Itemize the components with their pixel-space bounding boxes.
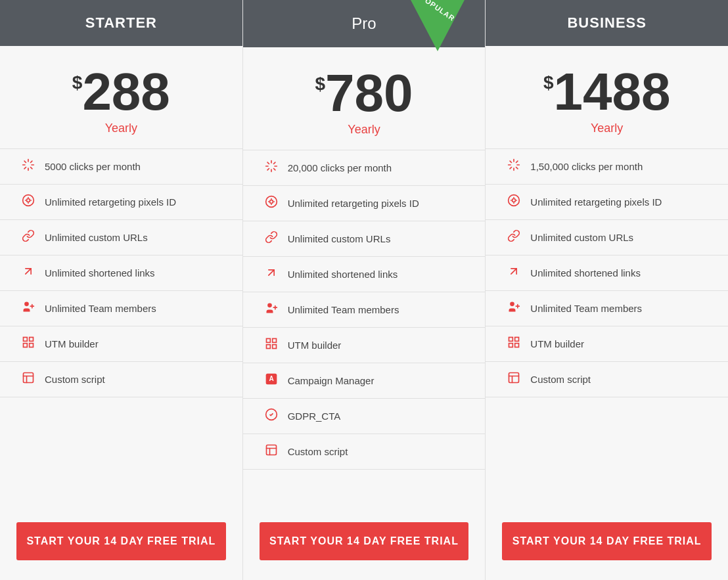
plan-header-business: BUSINESS (486, 0, 728, 46)
feature-icon-gdpr (263, 408, 280, 424)
feature-text: Custom script (288, 446, 348, 457)
feature-text: 1,50,000 clicks per month (530, 161, 643, 172)
feature-text: Unlimited custom URLs (288, 233, 391, 244)
pricing-table: STARTER $ 288 Yearly 5000 clicks per mon… (0, 0, 728, 580)
price-period-business: Yearly (543, 122, 671, 135)
cta-button-business[interactable]: START YOUR 14 DAY FREE TRIAL (502, 522, 712, 560)
feature-icon-team (505, 300, 522, 317)
svg-rect-30 (272, 345, 276, 349)
feature-item: Unlimited Team members (486, 291, 728, 326)
price-amount-business: $ 1488 (543, 66, 671, 118)
plan-card-starter: STARTER $ 288 Yearly 5000 clicks per mon… (0, 0, 243, 580)
feature-text: GDPR_CTA (288, 411, 341, 422)
feature-icon-links (505, 265, 522, 281)
feature-icon-script (505, 371, 522, 388)
svg-point-26 (267, 303, 272, 308)
feature-item: Custom script (0, 362, 242, 397)
features-list-pro: 20,000 clicks per month Unlimited retarg… (243, 143, 486, 509)
svg-text:A: A (269, 375, 273, 382)
svg-line-3 (31, 167, 32, 169)
feature-text: Unlimited Team members (45, 303, 156, 314)
svg-rect-51 (509, 373, 519, 383)
svg-rect-14 (24, 373, 34, 383)
feature-item: A Campaign Manager (243, 363, 486, 399)
feature-item: 20,000 clicks per month (243, 150, 486, 186)
svg-rect-10 (24, 338, 28, 342)
feature-icon-script (263, 443, 280, 460)
feature-text: Unlimited Team members (288, 304, 399, 315)
price-dollar-business: $ (543, 72, 554, 93)
feature-text: Unlimited retargeting pixels ID (530, 196, 662, 208)
price-section-starter: $ 288 Yearly (59, 46, 183, 142)
feature-text: Custom script (45, 374, 105, 385)
svg-line-23 (267, 169, 269, 170)
feature-item: Unlimited custom URLs (0, 220, 242, 256)
price-number-starter: 288 (82, 66, 170, 118)
feature-item: UTM builder (243, 328, 486, 363)
svg-line-20 (273, 169, 275, 170)
svg-line-40 (516, 167, 518, 169)
svg-line-2 (24, 161, 26, 162)
feature-icon-utm (263, 337, 280, 353)
feature-item: Unlimited retargeting pixels ID (243, 186, 486, 221)
feature-item: Unlimited shortened links (0, 256, 242, 291)
feature-icon-urls (505, 229, 522, 246)
feature-item: Unlimited custom URLs (486, 220, 728, 256)
popular-badge (410, 0, 465, 51)
feature-text: 20,000 clicks per month (288, 162, 392, 173)
price-amount-starter: $ 288 (72, 66, 170, 118)
feature-icon-clicks (505, 158, 522, 175)
svg-line-19 (267, 162, 269, 164)
feature-icon-urls (263, 231, 280, 247)
feature-item: UTM builder (0, 326, 242, 362)
svg-rect-47 (509, 338, 513, 342)
feature-text: Unlimited shortened links (288, 269, 398, 280)
feature-item: Unlimited retargeting pixels ID (0, 185, 242, 220)
feature-text: Unlimited retargeting pixels ID (45, 196, 176, 208)
svg-rect-48 (515, 338, 519, 342)
feature-icon-script (20, 371, 37, 388)
svg-point-9 (24, 302, 29, 307)
feature-item: Unlimited retargeting pixels ID (486, 185, 728, 220)
svg-point-8 (27, 199, 30, 202)
feature-item: Unlimited shortened links (486, 256, 728, 291)
cta-section-business: START YOUR 14 DAY FREE TRIAL (486, 509, 728, 580)
feature-item: Unlimited Team members (243, 292, 486, 328)
feature-text: Unlimited retargeting pixels ID (288, 198, 419, 209)
svg-line-39 (510, 161, 511, 162)
svg-rect-28 (272, 339, 276, 343)
feature-text: Unlimited custom URLs (530, 232, 633, 243)
feature-item: 1,50,000 clicks per month (486, 148, 728, 185)
feature-item: Custom script (486, 362, 728, 397)
cta-button-pro[interactable]: START YOUR 14 DAY FREE TRIAL (260, 522, 469, 560)
price-number-pro: 780 (325, 67, 413, 120)
feature-item: Custom script (243, 434, 486, 470)
feature-item: Unlimited Team members (0, 291, 242, 326)
plan-header-pro: Pro (243, 0, 486, 47)
feature-icon-team (20, 300, 37, 317)
plan-card-business: BUSINESS $ 1488 Yearly 1,50,000 clicks p… (486, 0, 728, 580)
svg-line-43 (510, 167, 511, 169)
feature-text: Unlimited shortened links (45, 267, 155, 279)
price-number-business: 1488 (553, 66, 670, 118)
feature-item: UTM builder (486, 326, 728, 362)
feature-icon-urls (20, 229, 37, 246)
feature-icon-links (263, 266, 280, 282)
svg-rect-11 (30, 338, 34, 342)
feature-icon-retarget (20, 194, 37, 210)
svg-point-45 (512, 199, 516, 202)
feature-icon-links (20, 265, 37, 281)
features-list-starter: 5000 clicks per month Unlimited retarget… (0, 142, 242, 509)
feature-text: UTM builder (288, 340, 342, 351)
cta-button-starter[interactable]: START YOUR 14 DAY FREE TRIAL (16, 522, 226, 560)
feature-text: Unlimited custom URLs (45, 232, 148, 243)
svg-line-6 (24, 167, 26, 169)
svg-rect-12 (24, 344, 28, 347)
feature-text: 5000 clicks per month (45, 161, 141, 172)
feature-text: Campaign Manager (288, 375, 375, 386)
svg-rect-27 (266, 339, 270, 343)
feature-icon-clicks (263, 160, 280, 176)
feature-text: Unlimited shortened links (530, 267, 641, 279)
svg-rect-49 (509, 344, 513, 347)
price-amount-pro: $ 780 (315, 67, 413, 120)
